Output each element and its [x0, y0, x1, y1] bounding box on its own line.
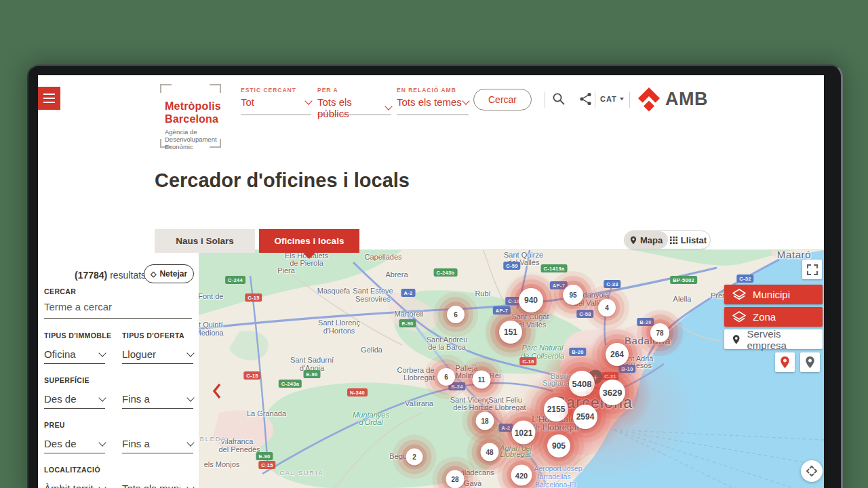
road-badge: C-243b: [434, 268, 458, 277]
map-cluster[interactable]: 48: [481, 443, 499, 462]
map-cluster[interactable]: 4: [598, 299, 616, 317]
road-badge: C-15: [243, 371, 260, 380]
map-cluster[interactable]: 78: [650, 323, 669, 342]
road-badge: C-15: [245, 293, 262, 302]
road-badge: B-20: [569, 348, 586, 356]
select-tipus-immoble[interactable]: Oficina: [44, 345, 105, 364]
road-badge: A-2: [499, 424, 513, 432]
road-badge: N-340: [347, 388, 368, 396]
select-value: Tots els municipis: [122, 483, 180, 488]
map-label: d'Hortons: [323, 327, 355, 335]
map[interactable]: CapelladesEls Hostaletsde PierolaPieraSa…: [199, 249, 824, 488]
map-label: Gelida: [361, 346, 382, 354]
amb-logo[interactable]: AMB: [637, 87, 708, 112]
fullscreen-button[interactable]: [802, 260, 822, 279]
share-icon[interactable]: [579, 92, 594, 106]
logo-sub1: Agència de: [165, 128, 197, 136]
amb-wordmark: AMB: [665, 89, 708, 110]
select-preu-desde[interactable]: Des de: [44, 434, 105, 453]
map-label: Piera: [277, 266, 295, 274]
map-cluster[interactable]: 6: [447, 306, 465, 323]
map-label: els Monjos: [204, 460, 240, 468]
language-selector[interactable]: CAT: [600, 95, 624, 103]
road-badge: C-32: [736, 274, 753, 283]
select-value: Fins a: [122, 438, 150, 449]
logo-bracket: [160, 84, 172, 93]
map-cluster[interactable]: 2: [406, 449, 423, 466]
chevron-down-icon: [186, 439, 194, 446]
select-superficie-desde[interactable]: Des de: [44, 390, 105, 409]
cercar-button[interactable]: Cercar: [473, 89, 532, 110]
road-badge: E-90: [256, 452, 273, 460]
results-suffix: resultats: [110, 270, 146, 281]
map-cluster[interactable]: 6: [437, 368, 455, 386]
select-tots-els-municipis[interactable]: Tots els municipis: [122, 479, 193, 488]
map-label: Vallirana: [405, 399, 433, 407]
tab-naus-i-solars[interactable]: Naus i Solars: [155, 229, 255, 253]
select-value: Oficina: [44, 348, 76, 360]
map-cluster[interactable]: 18: [476, 412, 494, 430]
municipi-label: Municipi: [753, 289, 790, 300]
map-cluster[interactable]: 2155: [544, 397, 568, 422]
gray-pin-toggle[interactable]: [800, 352, 820, 372]
metropolis-logo[interactable]: Metròpolis Barcelona Agència de Desenvol…: [160, 84, 221, 148]
map-label: Mataró: [777, 249, 811, 260]
active-tab-pointer: [303, 253, 315, 259]
chevron-down-icon: [98, 483, 106, 488]
chevron-down-icon: [98, 394, 106, 401]
results-number: (17784): [75, 270, 107, 281]
filter-label-immoble: TIPUS D'IMMOBLE: [44, 331, 112, 340]
map-cluster[interactable]: 95: [563, 285, 583, 305]
view-toggle-mapa[interactable]: Mapa: [625, 231, 668, 249]
select-value: Fins a: [122, 393, 150, 405]
select-tipus-oferta[interactable]: Lloguer: [122, 345, 193, 364]
menu-button[interactable]: [38, 87, 60, 110]
select-preu-finsa[interactable]: Fins a: [122, 434, 193, 453]
red-pin-toggle[interactable]: [775, 352, 795, 372]
zona-label: Zona: [753, 311, 776, 323]
road-badge: E-90: [303, 370, 320, 378]
pan-control[interactable]: [801, 460, 823, 482]
search-icon[interactable]: [551, 92, 566, 106]
zona-layer-button[interactable]: Zona: [724, 307, 823, 327]
municipi-layer-button[interactable]: Municipi: [724, 285, 823, 304]
search-term-input[interactable]: [44, 301, 192, 319]
serveis-empresa-button[interactable]: Serveis empresa: [724, 329, 823, 349]
map-cluster[interactable]: 28: [446, 470, 465, 488]
fullscreen-icon: [807, 264, 818, 275]
clear-filters-button[interactable]: ◇ Netejar: [144, 264, 194, 283]
map-cluster[interactable]: 3629: [599, 380, 625, 405]
header-field-estic-cercant[interactable]: ESTIC CERCANT Tot: [241, 87, 311, 115]
select-ambit-territorial[interactable]: Àmbit territorial: [44, 479, 105, 488]
map-cluster[interactable]: 264: [606, 343, 629, 366]
map-label: Gavà: [464, 479, 481, 487]
road-badge: C-244: [225, 276, 245, 284]
select-superficie-finsa[interactable]: Fins a: [122, 390, 193, 409]
chevron-down-icon: [186, 349, 194, 357]
map-cluster[interactable]: 905: [547, 434, 570, 458]
map-label: de la Barca: [428, 343, 466, 351]
map-cluster[interactable]: 420: [511, 465, 532, 486]
map-cluster[interactable]: 1021: [512, 421, 536, 445]
map-cluster[interactable]: 11: [473, 371, 491, 389]
map-cluster[interactable]: 940: [519, 288, 543, 312]
map-cluster[interactable]: 2594: [573, 405, 597, 429]
gray-pin-icon: [805, 356, 815, 369]
layers-icon: [732, 311, 746, 323]
map-cluster[interactable]: 5408: [569, 371, 595, 396]
caret-down-icon: [620, 98, 624, 100]
field-label: ESTIC CERCANT: [241, 87, 311, 94]
road-badge: A-2: [401, 289, 416, 297]
road-badge: B-10: [618, 365, 635, 373]
view-toggle-llistat[interactable]: Llistat: [668, 231, 709, 249]
map-label: d'Ordal: [359, 418, 382, 426]
header-field-en-relacio-amb[interactable]: EN RELACIÓ AMB Tots els temes: [397, 87, 469, 115]
road-badge: BP-5002: [670, 276, 697, 284]
map-label: Sesrovires: [355, 295, 391, 303]
map-cluster[interactable]: 151: [499, 321, 522, 344]
serveis-label: Serveis empresa: [747, 328, 815, 351]
header-field-per-a[interactable]: PER A Tots els públics: [317, 87, 391, 115]
sidebar-collapse-chevron[interactable]: [212, 383, 222, 402]
tab-oficines-i-locals[interactable]: Oficines i locals: [259, 229, 359, 253]
map-label: Alella: [673, 295, 692, 303]
